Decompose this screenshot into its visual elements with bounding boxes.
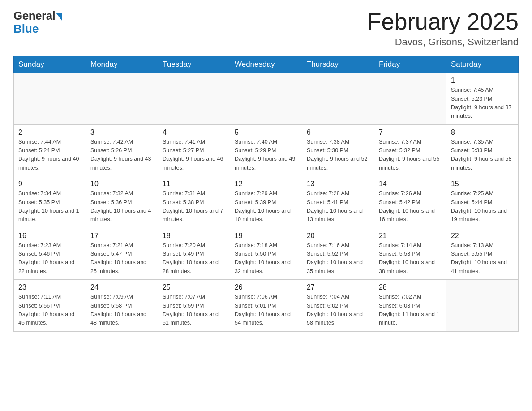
day-info: Sunrise: 7:11 AMSunset: 5:56 PMDaylight:… [18, 293, 81, 328]
day-info: Sunrise: 7:44 AMSunset: 5:24 PMDaylight:… [18, 138, 81, 173]
day-info: Sunrise: 7:41 AMSunset: 5:27 PMDaylight:… [163, 138, 225, 173]
day-number: 7 [379, 128, 442, 137]
day-info: Sunrise: 7:25 AMSunset: 5:44 PMDaylight:… [451, 189, 514, 224]
month-title: February 2025 [367, 9, 519, 34]
week-row-2: 2Sunrise: 7:44 AMSunset: 5:24 PMDaylight… [14, 124, 519, 176]
calendar-cell: 15Sunrise: 7:25 AMSunset: 5:44 PMDayligh… [446, 176, 518, 228]
day-number: 20 [307, 232, 369, 240]
day-info: Sunrise: 7:07 AMSunset: 5:59 PMDaylight:… [163, 293, 225, 328]
day-info: Sunrise: 7:40 AMSunset: 5:29 PMDaylight:… [235, 138, 297, 173]
day-info: Sunrise: 7:37 AMSunset: 5:32 PMDaylight:… [379, 138, 442, 173]
day-number: 16 [18, 232, 81, 240]
calendar-cell: 19Sunrise: 7:18 AMSunset: 5:50 PMDayligh… [230, 228, 302, 280]
day-number: 3 [90, 128, 153, 137]
day-number: 17 [90, 232, 153, 240]
day-number: 13 [307, 180, 369, 188]
logo-arrow-icon [56, 13, 62, 21]
calendar-cell: 18Sunrise: 7:20 AMSunset: 5:49 PMDayligh… [158, 228, 230, 280]
day-info: Sunrise: 7:28 AMSunset: 5:41 PMDaylight:… [307, 189, 369, 224]
week-row-5: 23Sunrise: 7:11 AMSunset: 5:56 PMDayligh… [14, 280, 519, 332]
day-number: 27 [307, 283, 369, 291]
day-number: 1 [451, 77, 514, 85]
day-number: 15 [451, 180, 514, 188]
day-number: 24 [90, 283, 153, 291]
calendar-cell: 21Sunrise: 7:14 AMSunset: 5:53 PMDayligh… [374, 228, 446, 280]
day-number: 12 [235, 180, 297, 188]
day-number: 26 [235, 283, 297, 291]
calendar-cell: 25Sunrise: 7:07 AMSunset: 5:59 PMDayligh… [158, 280, 230, 332]
day-info: Sunrise: 7:09 AMSunset: 5:58 PMDaylight:… [90, 293, 153, 328]
weekday-header-saturday: Saturday [446, 56, 518, 73]
week-row-3: 9Sunrise: 7:34 AMSunset: 5:35 PMDaylight… [14, 176, 519, 228]
calendar-cell [302, 73, 374, 125]
calendar-table: SundayMondayTuesdayWednesdayThursdayFrid… [13, 56, 519, 332]
calendar-cell: 2Sunrise: 7:44 AMSunset: 5:24 PMDaylight… [14, 124, 86, 176]
calendar-cell: 13Sunrise: 7:28 AMSunset: 5:41 PMDayligh… [302, 176, 374, 228]
day-info: Sunrise: 7:26 AMSunset: 5:42 PMDaylight:… [379, 189, 442, 224]
calendar-cell: 1Sunrise: 7:45 AMSunset: 5:23 PMDaylight… [446, 73, 518, 125]
calendar-cell: 6Sunrise: 7:38 AMSunset: 5:30 PMDaylight… [302, 124, 374, 176]
day-info: Sunrise: 7:29 AMSunset: 5:39 PMDaylight:… [235, 189, 297, 224]
calendar-cell: 23Sunrise: 7:11 AMSunset: 5:56 PMDayligh… [14, 280, 86, 332]
calendar-cell: 7Sunrise: 7:37 AMSunset: 5:32 PMDaylight… [374, 124, 446, 176]
calendar-cell: 24Sunrise: 7:09 AMSunset: 5:58 PMDayligh… [86, 280, 158, 332]
calendar-cell [86, 73, 158, 125]
title-block: February 2025 Davos, Grisons, Switzerlan… [367, 9, 519, 48]
calendar-cell: 3Sunrise: 7:42 AMSunset: 5:26 PMDaylight… [86, 124, 158, 176]
weekday-header-monday: Monday [86, 56, 158, 73]
logo-blue-text: Blue [13, 22, 39, 36]
day-number: 4 [163, 128, 225, 137]
calendar-cell [230, 73, 302, 125]
day-info: Sunrise: 7:32 AMSunset: 5:36 PMDaylight:… [90, 189, 153, 224]
day-number: 21 [379, 232, 442, 240]
day-info: Sunrise: 7:38 AMSunset: 5:30 PMDaylight:… [307, 138, 369, 173]
weekday-header-tuesday: Tuesday [158, 56, 230, 73]
day-info: Sunrise: 7:34 AMSunset: 5:35 PMDaylight:… [18, 189, 81, 224]
day-number: 10 [90, 180, 153, 188]
calendar-cell [158, 73, 230, 125]
day-number: 11 [163, 180, 225, 188]
weekday-header-wednesday: Wednesday [230, 56, 302, 73]
day-info: Sunrise: 7:45 AMSunset: 5:23 PMDaylight:… [451, 86, 514, 121]
weekday-header-friday: Friday [374, 56, 446, 73]
weekday-header-thursday: Thursday [302, 56, 374, 73]
day-number: 22 [451, 232, 514, 240]
day-info: Sunrise: 7:13 AMSunset: 5:55 PMDaylight:… [451, 241, 514, 276]
day-number: 14 [379, 180, 442, 188]
calendar-cell [446, 280, 518, 332]
day-number: 6 [307, 128, 369, 137]
weekday-header-sunday: Sunday [14, 56, 86, 73]
day-number: 2 [18, 128, 81, 137]
calendar-cell: 5Sunrise: 7:40 AMSunset: 5:29 PMDaylight… [230, 124, 302, 176]
calendar-cell: 28Sunrise: 7:02 AMSunset: 6:03 PMDayligh… [374, 280, 446, 332]
day-number: 19 [235, 232, 297, 240]
day-info: Sunrise: 7:31 AMSunset: 5:38 PMDaylight:… [163, 189, 225, 224]
logo: General Blue [13, 9, 62, 36]
location-subtitle: Davos, Grisons, Switzerland [367, 36, 519, 48]
calendar-cell: 12Sunrise: 7:29 AMSunset: 5:39 PMDayligh… [230, 176, 302, 228]
calendar-cell: 27Sunrise: 7:04 AMSunset: 6:02 PMDayligh… [302, 280, 374, 332]
calendar-cell: 9Sunrise: 7:34 AMSunset: 5:35 PMDaylight… [14, 176, 86, 228]
page-header: General Blue February 2025 Davos, Grison… [13, 9, 519, 48]
day-info: Sunrise: 7:35 AMSunset: 5:33 PMDaylight:… [451, 138, 514, 173]
calendar-cell [374, 73, 446, 125]
week-row-4: 16Sunrise: 7:23 AMSunset: 5:46 PMDayligh… [14, 228, 519, 280]
day-number: 9 [18, 180, 81, 188]
calendar-cell: 20Sunrise: 7:16 AMSunset: 5:52 PMDayligh… [302, 228, 374, 280]
day-info: Sunrise: 7:16 AMSunset: 5:52 PMDaylight:… [307, 241, 369, 276]
day-info: Sunrise: 7:04 AMSunset: 6:02 PMDaylight:… [307, 293, 369, 328]
day-info: Sunrise: 7:42 AMSunset: 5:26 PMDaylight:… [90, 138, 153, 173]
day-info: Sunrise: 7:21 AMSunset: 5:47 PMDaylight:… [90, 241, 153, 276]
weekday-header-row: SundayMondayTuesdayWednesdayThursdayFrid… [14, 56, 519, 73]
calendar-cell: 4Sunrise: 7:41 AMSunset: 5:27 PMDaylight… [158, 124, 230, 176]
day-info: Sunrise: 7:18 AMSunset: 5:50 PMDaylight:… [235, 241, 297, 276]
calendar-cell: 14Sunrise: 7:26 AMSunset: 5:42 PMDayligh… [374, 176, 446, 228]
calendar-cell: 8Sunrise: 7:35 AMSunset: 5:33 PMDaylight… [446, 124, 518, 176]
day-number: 23 [18, 283, 81, 291]
day-info: Sunrise: 7:20 AMSunset: 5:49 PMDaylight:… [163, 241, 225, 276]
day-info: Sunrise: 7:14 AMSunset: 5:53 PMDaylight:… [379, 241, 442, 276]
day-number: 18 [163, 232, 225, 240]
day-number: 5 [235, 128, 297, 137]
day-info: Sunrise: 7:23 AMSunset: 5:46 PMDaylight:… [18, 241, 81, 276]
day-number: 8 [451, 128, 514, 137]
